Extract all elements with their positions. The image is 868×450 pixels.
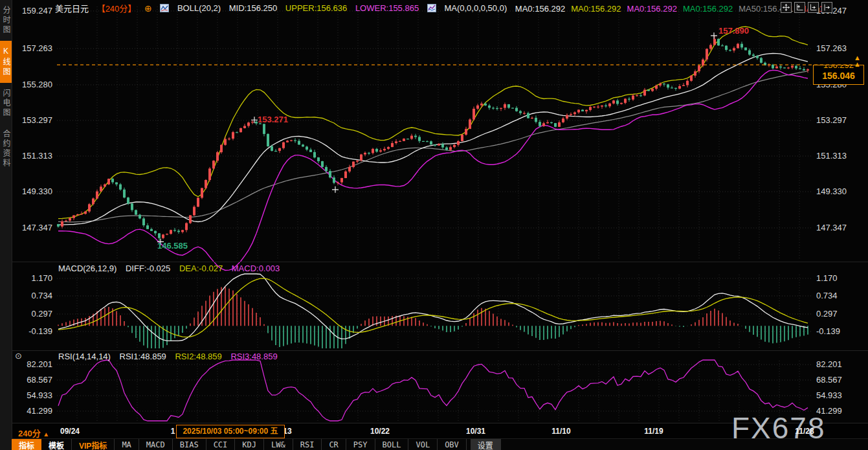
y-axis-label-right: 41.299 xyxy=(816,406,842,416)
x-axis-label: 10/22 xyxy=(370,427,390,436)
x-axis-label: 11/19 xyxy=(644,427,663,436)
y-axis-label-right: 82.201 xyxy=(816,359,842,369)
toolbar-item-macd[interactable]: MACD xyxy=(139,439,173,450)
rsi2-value: RSI2:48.859 xyxy=(175,352,221,361)
sidebar-tab-flash-chart[interactable]: 闪电图 xyxy=(0,83,12,124)
y-axis-label-right: 1.170 xyxy=(816,273,838,283)
y-axis-label-right: 153.297 xyxy=(816,115,847,125)
toolbar-item-obv[interactable]: OBV xyxy=(438,439,467,450)
toolbar-item-[interactable]: 模板 xyxy=(41,439,72,450)
ma-indicator-icon[interactable] xyxy=(427,4,436,12)
ma-label: MA(0,0,0,0,50,0) xyxy=(444,3,507,13)
toolbar-item-cci[interactable]: CCI xyxy=(206,439,236,450)
trading-terminal: 分时图 K线图 闪电图 合约资料 美元日元 【240分】 ⊕ BOLL(20,2… xyxy=(0,0,868,450)
panel-divider xyxy=(12,350,868,351)
hover-time-tooltip: 2025/10/03 05:00~09:00 五 xyxy=(176,425,285,438)
toolbar-item-lw[interactable]: LW& xyxy=(264,439,293,450)
x-axis-label: 11/28 xyxy=(795,427,814,436)
toolbar-item-psy[interactable]: PSY xyxy=(346,439,375,450)
rsi1-value: RSI1:48.859 xyxy=(120,352,166,361)
macd-panel-header: MACD(26,12,9) DIFF:-0.025 DEA:-0.027 MAC… xyxy=(58,264,286,273)
toolbar-item-rsi[interactable]: RSI xyxy=(293,439,322,450)
toolbar-item-[interactable]: 设置 xyxy=(471,439,501,450)
panel-divider xyxy=(12,262,868,262)
boll-mid-value: MID:156.250 xyxy=(229,3,277,13)
boll-upper-value: UPPER:156.636 xyxy=(285,3,347,13)
rsi3-value: RSI3:48.859 xyxy=(230,352,277,361)
timeframe-selector[interactable]: 240分 ▲ xyxy=(18,427,49,439)
add-compare-icon[interactable]: ⊕ xyxy=(144,3,152,14)
ma-value: MA0:156.292 xyxy=(627,4,677,14)
indicator-toolbar: 指标模板VIP指标MAMACDBIASCCIKDJLW&RSICRPSYBOLL… xyxy=(12,438,868,450)
chart-header: 美元日元 【240分】 ⊕ BOLL(20,2) MID:156.250 UPP… xyxy=(55,2,835,14)
low-price-label: 146.585 xyxy=(157,241,188,251)
toolbar-item-bias[interactable]: BIAS xyxy=(173,439,206,450)
chart-type-sidebar: 分时图 K线图 闪电图 合约资料 xyxy=(0,0,12,450)
rsi-panel-header: RSI(14,14,14) RSI1:48.859 RSI2:48.859 RS… xyxy=(58,352,284,361)
last-price-value: 156.046 xyxy=(814,71,863,81)
x-axis-label: 10/31 xyxy=(466,427,485,436)
y-axis-label-right: 149.330 xyxy=(816,186,847,196)
x-axis-label: 1 xyxy=(171,427,175,436)
toolbar-item-ma[interactable]: MA xyxy=(115,439,139,450)
toolbar-item-boll[interactable]: BOLL xyxy=(375,439,409,450)
macd-diff-value: DIFF:-0.025 xyxy=(126,264,170,273)
toolbar-item-vip[interactable]: VIP指标 xyxy=(72,439,115,450)
pan-right-icon[interactable] xyxy=(821,2,832,13)
macd-label: MACD(26,12,9) xyxy=(58,264,117,273)
y-axis-label-right: 0.734 xyxy=(816,291,838,300)
axis-zoom-in-icon[interactable] xyxy=(794,2,805,13)
period-label: 【240分】 xyxy=(97,4,137,14)
sidebar-tab-contract-info[interactable]: 合约资料 xyxy=(0,124,12,174)
y-axis-label-right: 0.297 xyxy=(816,309,838,319)
swing-high-price-label: 153.271 xyxy=(258,115,288,124)
ma-value: MA0:156.292 xyxy=(571,4,621,14)
crosshair-move-icon[interactable] xyxy=(781,2,792,13)
y-axis-label-right: 54.933 xyxy=(816,390,842,400)
toolbar-item-kdj[interactable]: KDJ xyxy=(235,439,264,450)
ma-value: MA0:156.292 xyxy=(683,4,733,14)
price-alert-marker-icon[interactable]: ▲▲ xyxy=(854,54,861,67)
y-axis-label-right: 147.347 xyxy=(816,223,847,232)
y-axis-label-right: 68.567 xyxy=(816,375,842,385)
boll-label: BOLL(20,2) xyxy=(177,3,221,13)
toolbar-item-vol[interactable]: VOL xyxy=(408,439,438,450)
x-axis-label: 11/10 xyxy=(551,427,570,436)
boll-lower-value: LOWER:155.865 xyxy=(355,3,419,13)
sidebar-tab-kline-chart[interactable]: K线图 xyxy=(0,41,12,83)
sidebar-tab-time-chart[interactable]: 分时图 xyxy=(0,0,12,41)
ma-value: MA0:156.292 xyxy=(515,4,565,14)
timeframe-dropdown-icon: ▲ xyxy=(43,431,49,438)
toolbar-item-[interactable]: 指标 xyxy=(12,439,41,450)
macd-hist-value: MACD:0.003 xyxy=(232,264,280,273)
rsi-label: RSI(14,14,14) xyxy=(58,352,111,361)
axis-zoom-out-icon[interactable] xyxy=(808,2,819,13)
symbol-name: 美元日元 xyxy=(55,4,89,14)
y-axis-label-right: -0.139 xyxy=(816,326,840,336)
y-axis-label-right: 151.313 xyxy=(816,151,847,161)
y-axis-label-right: 157.263 xyxy=(816,43,847,53)
high-price-label: 157.890 xyxy=(718,26,749,36)
boll-indicator-icon[interactable] xyxy=(160,4,169,12)
chart-canvas[interactable] xyxy=(0,0,868,450)
toolbar-item-cr[interactable]: CR xyxy=(322,439,346,450)
x-axis-label: 09/24 xyxy=(60,427,80,436)
chart-controls xyxy=(781,2,832,13)
macd-dea-value: DEA:-0.027 xyxy=(179,264,223,273)
timeframe-value: 240分 xyxy=(18,429,41,438)
